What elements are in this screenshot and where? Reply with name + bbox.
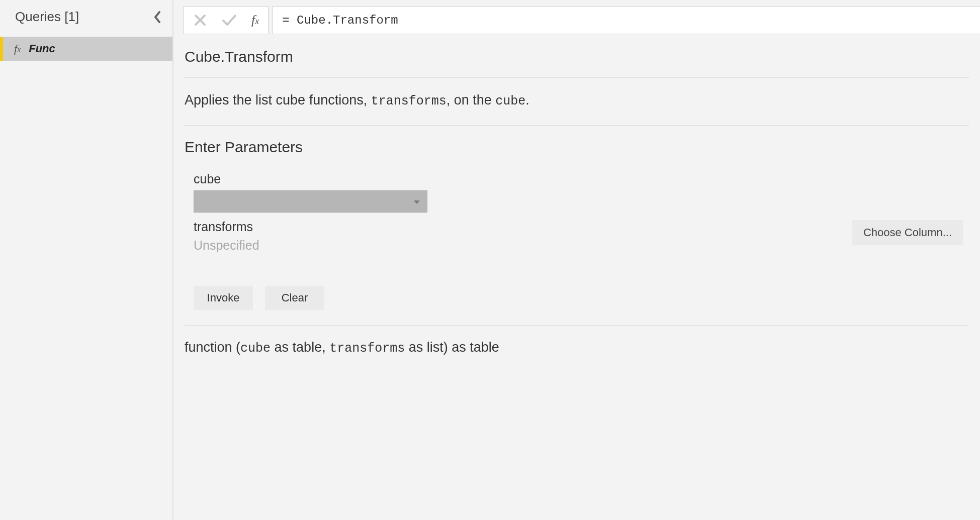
enter-parameters-heading: Enter Parameters xyxy=(185,126,969,165)
query-item-func[interactable]: fx Func xyxy=(0,37,172,61)
query-item-label: Func xyxy=(29,42,55,55)
sidebar-header: Queries [1] xyxy=(0,0,172,37)
function-doc: Cube.Transform Applies the list cube fun… xyxy=(173,34,980,520)
choose-column-button[interactable]: Choose Column... xyxy=(852,220,963,245)
param-row-transforms: transforms Unspecified Choose Column... xyxy=(194,213,969,253)
main-panel: fx Cube.Transform Applies the list cube … xyxy=(173,0,980,520)
desc-text: Applies the list cube functions, xyxy=(185,92,371,108)
desc-param-cube: cube xyxy=(495,94,525,109)
queries-sidebar: Queries [1] fx Func xyxy=(0,0,173,520)
desc-text: . xyxy=(525,92,529,108)
formula-bar: fx xyxy=(173,6,980,34)
fx-icon: fx xyxy=(249,13,261,28)
param-label-cube: cube xyxy=(194,172,969,186)
sig-text: as list) as table xyxy=(405,340,499,355)
sig-text: function ( xyxy=(185,340,240,355)
app-root: Queries [1] fx Func fx Cube.Tr xyxy=(0,0,980,520)
commit-formula-icon[interactable] xyxy=(220,11,238,29)
collapse-sidebar-icon[interactable] xyxy=(153,11,162,23)
param-select-cube[interactable] xyxy=(194,190,427,213)
sig-text: as table, xyxy=(271,340,329,355)
cancel-formula-icon[interactable] xyxy=(191,11,209,29)
desc-param-transforms: transforms xyxy=(371,94,447,109)
queries-title: Queries [1] xyxy=(15,9,79,25)
clear-button[interactable]: Clear xyxy=(265,286,324,310)
fx-icon: fx xyxy=(14,42,21,55)
parameters-block: cube transforms Unspecified Choose Colum… xyxy=(185,172,969,262)
function-name: Cube.Transform xyxy=(185,48,969,78)
function-signature: function (cube as table, transforms as l… xyxy=(185,326,969,370)
invoke-button[interactable]: Invoke xyxy=(194,286,253,310)
action-buttons: Invoke Clear xyxy=(185,262,969,326)
function-description: Applies the list cube functions, transfo… xyxy=(185,78,969,126)
param-value-transforms: Unspecified xyxy=(194,238,259,253)
sig-param-transforms: transforms xyxy=(329,341,405,356)
desc-text: , on the xyxy=(447,92,496,108)
formula-tools: fx xyxy=(184,6,269,34)
sig-param-cube: cube xyxy=(240,341,271,356)
param-label-transforms: transforms xyxy=(194,220,259,234)
formula-input[interactable] xyxy=(273,6,980,34)
